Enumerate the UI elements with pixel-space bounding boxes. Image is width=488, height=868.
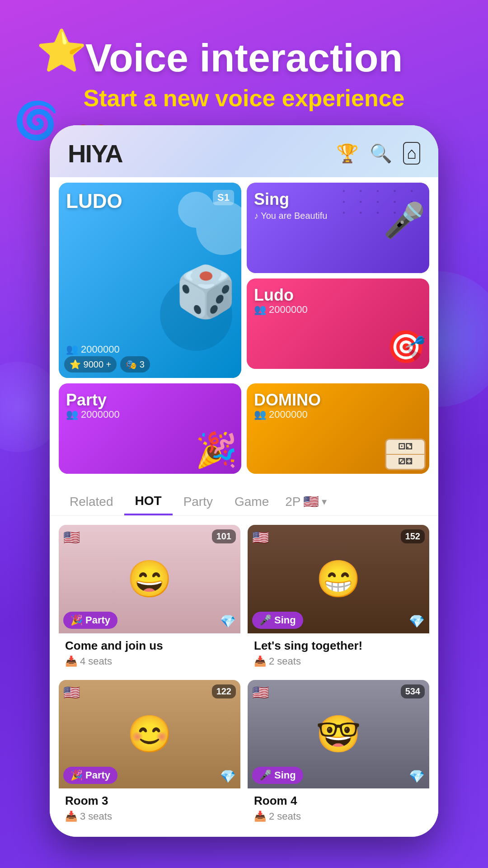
ludo2-title: Ludo — [254, 286, 294, 305]
search-icon[interactable]: 🔍 — [370, 143, 392, 164]
room-seats-3: 📥3 seats — [65, 811, 234, 822]
deco-star-gold: ⭐ — [36, 27, 87, 75]
room-viewers-2: 152 — [401, 529, 425, 543]
room-thumb-1: 😄 🇺🇸 101 🎉Party 💎 — [59, 525, 240, 633]
room-flag-4: 🇺🇸 — [252, 684, 269, 700]
room-title-4: Room 4 — [254, 794, 423, 808]
room-flag-1: 🇺🇸 — [63, 529, 80, 545]
tabs-section: Related HOT Party Game 2P🇺🇸 ▾ — [50, 479, 438, 516]
room-type-badge-1: 🎉Party — [63, 612, 117, 629]
game-card-domino[interactable]: DOMINO 👥2000000 ⚀⚁ ⚂⚃ — [247, 383, 429, 474]
domino-count: 👥2000000 — [254, 409, 308, 420]
room-card-2[interactable]: 😁 🇺🇸 152 🎤Sing 💎 Let's sing together! 📥2… — [248, 525, 429, 673]
room-info-2: Let's sing together! 📥2 seats — [248, 633, 429, 673]
room-seats-4: 📥2 seats — [254, 811, 423, 822]
room-type-badge-4: 🎤Sing — [252, 767, 303, 784]
trophy-icon[interactable]: 🏆 — [336, 143, 359, 164]
phone-top-bar: HIYA 🏆 🔍 ⌂ — [50, 125, 438, 177]
sing-title: Sing — [254, 190, 289, 209]
room-title-1: Come and join us — [65, 639, 234, 653]
sing-subtitle: ♪ You are Beautifu — [254, 211, 327, 221]
room-title-2: Let's sing together! — [254, 639, 423, 653]
room-seats-2: 📥2 seats — [254, 656, 423, 667]
room-diamond-1: 💎 — [220, 614, 236, 629]
room-thumb-3: 😊 🇺🇸 122 🎉Party 💎 — [59, 680, 240, 788]
tab-2p[interactable]: 2P🇺🇸 ▾ — [280, 489, 332, 514]
room-type-badge-2: 🎤Sing — [252, 612, 303, 629]
room-diamond-4: 💎 — [409, 769, 425, 784]
room-title-3: Room 3 — [65, 794, 234, 808]
phone-container: HIYA 🏆 🔍 ⌂ LUDO S1 👥 2000000 ⭐ 9000 — [50, 125, 438, 837]
ludo-bottom: ⭐ 9000 + 🎭 3 — [64, 356, 150, 373]
ludo-title: LUDO — [66, 190, 122, 212]
room-info-4: Room 4 📥2 seats — [248, 788, 429, 828]
game-card-ludo[interactable]: LUDO S1 👥 2000000 ⭐ 9000 + 🎭 3 🎲 — [59, 183, 241, 378]
room-card-4[interactable]: 🤓 🇺🇸 534 🎤Sing 💎 Room 4 📥2 seats — [248, 680, 429, 828]
ludo2-count: 👥2000000 — [254, 304, 308, 316]
room-flag-3: 🇺🇸 — [63, 684, 80, 700]
game-card-party[interactable]: Party 👥2000000 🎉 — [59, 383, 241, 474]
room-type-badge-3: 🎉Party — [63, 767, 117, 784]
game-card-ludo2[interactable]: Ludo 👥2000000 🎯 — [247, 278, 429, 369]
rooms-grid: 😄 🇺🇸 101 🎉Party 💎 Come and join us 📥4 se… — [50, 516, 438, 837]
room-viewers-4: 534 — [401, 684, 425, 698]
room-diamond-3: 💎 — [220, 769, 236, 784]
room-card-1[interactable]: 😄 🇺🇸 101 🎉Party 💎 Come and join us 📥4 se… — [59, 525, 240, 673]
room-info-1: Come and join us 📥4 seats — [59, 633, 240, 673]
room-viewers-1: 101 — [212, 529, 236, 543]
games-grid: LUDO S1 👥 2000000 ⭐ 9000 + 🎭 3 🎲 •••• — [50, 177, 438, 383]
deco-spinner: 🌀 — [14, 99, 59, 142]
header-icons: 🏆 🔍 ⌂ — [336, 142, 420, 165]
room-thumb-2: 😁 🇺🇸 152 🎤Sing 💎 — [248, 525, 429, 633]
room-flag-2: 🇺🇸 — [252, 529, 269, 545]
domino-title: DOMINO — [254, 391, 321, 410]
party-count: 👥2000000 — [66, 409, 120, 420]
sub-title: Start a new voice experience — [18, 85, 470, 112]
room-seats-1: 📥4 seats — [65, 656, 234, 667]
tab-related[interactable]: Related — [59, 489, 124, 514]
header-section: ⭐ 🌀 ❤️ Voice interaction Start a new voi… — [0, 0, 488, 125]
game-card-sing[interactable]: ••••• ••••• ••••• Sing ♪ You are Beautif… — [247, 183, 429, 273]
room-thumb-4: 🤓 🇺🇸 534 🎤Sing 💎 — [248, 680, 429, 788]
tab-game[interactable]: Game — [224, 489, 280, 514]
home-icon[interactable]: ⌂ — [403, 142, 420, 165]
room-diamond-2: 💎 — [409, 614, 425, 629]
tab-hot[interactable]: HOT — [124, 488, 173, 515]
tab-party[interactable]: Party — [173, 489, 224, 514]
room-info-3: Room 3 📥3 seats — [59, 788, 240, 828]
room-card-3[interactable]: 😊 🇺🇸 122 🎉Party 💎 Room 3 📥3 seats — [59, 680, 240, 828]
ludo-count: 👥 2000000 — [66, 344, 120, 355]
room-viewers-3: 122 — [212, 684, 236, 698]
ludo-badge: S1 — [213, 190, 234, 205]
app-logo: HIYA — [68, 139, 122, 168]
party-title: Party — [66, 391, 107, 410]
